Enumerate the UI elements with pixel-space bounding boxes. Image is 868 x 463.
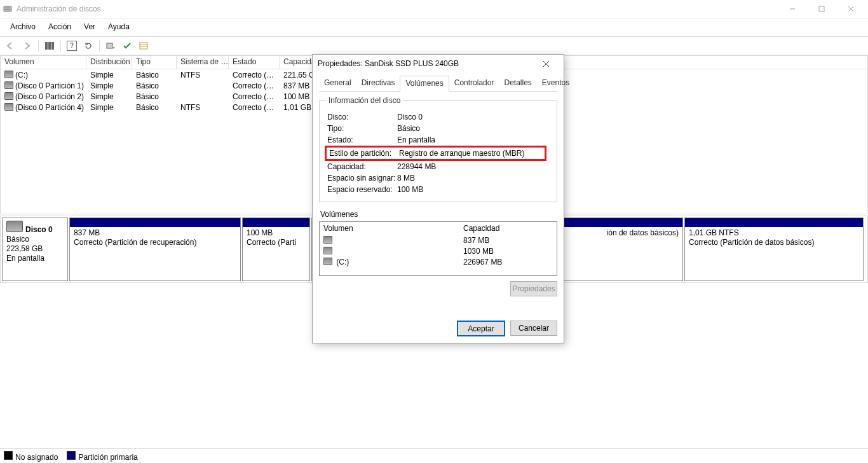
partition-size: 1,01 GB NTFS xyxy=(689,228,859,238)
list-item[interactable]: 837 MB xyxy=(320,235,557,245)
toolbar-separator xyxy=(99,40,100,52)
svg-rect-4 xyxy=(819,6,824,11)
partition-box[interactable]: 100 MB Correcto (Parti xyxy=(242,218,310,281)
back-icon[interactable] xyxy=(4,39,18,52)
svg-rect-7 xyxy=(107,43,112,48)
volumes-list-header: Volumen Capacidad xyxy=(320,222,557,235)
col-dist[interactable]: Distribución xyxy=(86,56,132,69)
info-key: Tipo: xyxy=(327,124,397,133)
view-icon[interactable] xyxy=(43,39,57,52)
disk-info-group: Información del disco Disco:Disco 0Tipo:… xyxy=(319,100,557,202)
properties-dialog: Propiedades: SanDisk SSD PLUS 240GB Gene… xyxy=(312,54,564,343)
volumes-list-col-b: Capacidad xyxy=(463,224,499,233)
col-fs[interactable]: Sistema de … xyxy=(177,56,229,69)
help-icon[interactable]: ? xyxy=(65,39,79,52)
dialog-buttons: Aceptar Cancelar xyxy=(313,315,564,343)
tab-detalles[interactable]: Detalles xyxy=(499,76,536,92)
legend-unallocated: No asignado xyxy=(4,451,58,462)
close-button[interactable] xyxy=(836,0,865,18)
menu-ayuda[interactable]: Ayuda xyxy=(103,21,135,32)
toolbar: ? xyxy=(0,37,868,55)
disk-icon xyxy=(4,92,13,100)
svg-rect-1 xyxy=(5,8,10,8)
minimize-button[interactable] xyxy=(778,0,807,18)
refresh-icon[interactable] xyxy=(81,39,95,52)
forward-icon[interactable] xyxy=(20,39,34,52)
info-row: Espacio sin asignar:8 MB xyxy=(327,172,549,184)
partition-box[interactable]: 1,01 GB NTFS Correcto (Partición de dato… xyxy=(684,218,864,281)
tab-directivas[interactable]: Directivas xyxy=(356,76,400,92)
menu-ver[interactable]: Ver xyxy=(79,21,100,32)
info-key: Estado: xyxy=(327,135,397,144)
info-row: Estilo de partición:Registro de arranque… xyxy=(325,146,546,161)
info-value: 228944 MB xyxy=(397,162,436,171)
info-key: Disco: xyxy=(327,113,397,121)
svg-rect-8 xyxy=(140,43,147,49)
app-icon xyxy=(3,4,13,14)
list-icon[interactable] xyxy=(137,39,151,52)
dialog-close-button[interactable] xyxy=(533,55,559,73)
info-key: Espacio sin asignar: xyxy=(327,174,397,183)
volumes-list[interactable]: Volumen Capacidad 837 MB 1030 MB (C:)226… xyxy=(319,221,557,276)
dialog-titlebar: Propiedades: SanDisk SSD PLUS 240GB xyxy=(313,55,564,73)
disk-name: Disco 0 xyxy=(25,225,53,234)
menu-archivo[interactable]: Archivo xyxy=(5,21,41,32)
col-volumen[interactable]: Volumen xyxy=(1,56,86,69)
disk-icon xyxy=(6,221,23,232)
partition-status: Correcto (Partición de datos básicos) xyxy=(689,238,859,247)
list-item[interactable]: 1030 MB xyxy=(320,245,557,256)
disk-icon xyxy=(4,103,13,111)
properties-button: Propiedades xyxy=(510,281,557,296)
ok-button[interactable]: Aceptar xyxy=(457,321,505,336)
dialog-title: Propiedades: SanDisk SSD PLUS 240GB xyxy=(318,59,459,68)
partition-status: Correcto (Partición de recuperación) xyxy=(74,238,236,247)
disk-status: En pantalla xyxy=(6,254,64,263)
disk-icon xyxy=(4,71,13,78)
info-key: Capacidad: xyxy=(327,162,397,171)
partition-size: 100 MB xyxy=(247,228,306,238)
tab-controlador[interactable]: Controlador xyxy=(449,76,499,92)
info-key: Espacio reservado: xyxy=(327,185,397,194)
disk-icon xyxy=(323,236,332,244)
group-label: Información del disco xyxy=(326,96,403,105)
partition-status: Correcto (Parti xyxy=(247,238,306,247)
menu-accion[interactable]: Acción xyxy=(43,21,76,32)
disk-info-box[interactable]: Disco 0 Básico 223,58 GB En pantalla xyxy=(2,218,68,281)
info-value: En pantalla xyxy=(397,135,435,144)
action-icon[interactable] xyxy=(104,39,118,52)
tab-eventos[interactable]: Eventos xyxy=(537,76,574,92)
col-tipo[interactable]: Tipo xyxy=(132,56,177,69)
legend-swatch-blue xyxy=(67,451,76,460)
info-row: Capacidad:228944 MB xyxy=(327,161,549,172)
volumes-subtitle: Volúmenes xyxy=(319,209,557,221)
info-row: Espacio reservado:100 MB xyxy=(327,184,549,195)
toolbar-separator xyxy=(38,40,39,52)
list-item[interactable]: (C:)226967 MB xyxy=(320,256,557,267)
info-row: Disco:Disco 0 xyxy=(327,111,549,123)
info-value: Básico xyxy=(397,124,420,133)
info-row: Tipo:Básico xyxy=(327,123,549,134)
legend-primary: Partición primaria xyxy=(67,451,137,462)
info-value: 100 MB xyxy=(397,185,423,194)
info-key: Estilo de partición: xyxy=(329,149,399,158)
cancel-button[interactable]: Cancelar xyxy=(510,321,557,336)
svg-rect-2 xyxy=(5,9,10,10)
disk-kind: Básico xyxy=(6,235,64,244)
disk-icon xyxy=(4,81,13,89)
legend-swatch-black xyxy=(4,451,13,460)
partition-box[interactable]: 837 MB Correcto (Partición de recuperaci… xyxy=(69,218,241,281)
dialog-body: GeneralDirectivasVolúmenesControladorDet… xyxy=(313,73,564,315)
check-icon[interactable] xyxy=(120,39,134,52)
maximize-button[interactable] xyxy=(807,0,836,18)
tab-volúmenes[interactable]: Volúmenes xyxy=(400,76,449,92)
volumes-list-col-a: Volumen xyxy=(323,224,463,233)
disk-size: 223,58 GB xyxy=(6,244,64,254)
disk-icon xyxy=(323,258,332,265)
info-row: Estado:En pantalla xyxy=(327,134,549,146)
tab-general[interactable]: General xyxy=(319,76,356,92)
legend: No asignado Partición primaria xyxy=(0,448,868,463)
toolbar-separator xyxy=(60,40,61,52)
info-value: 8 MB xyxy=(397,174,415,183)
col-estado[interactable]: Estado xyxy=(229,56,280,69)
menubar: Archivo Acción Ver Ayuda xyxy=(0,18,868,37)
